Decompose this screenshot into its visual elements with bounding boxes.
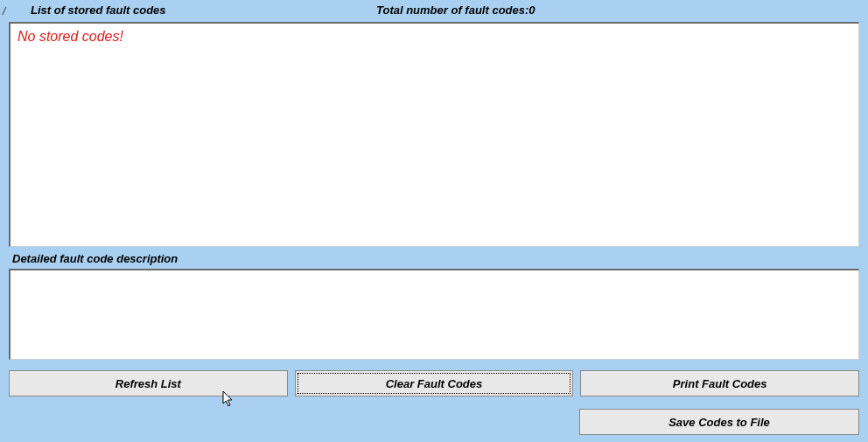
spacer <box>9 409 565 435</box>
list-title-label: List of stored fault codes <box>9 4 166 17</box>
slash-mark: / <box>3 5 5 18</box>
clear-fault-codes-button[interactable]: Clear Fault Codes <box>295 370 574 396</box>
save-codes-to-file-button[interactable]: Save Codes to File <box>579 409 859 435</box>
total-count-label: Total number of fault codes:0 <box>376 4 536 17</box>
detail-description-panel[interactable] <box>9 269 859 360</box>
button-row-secondary: Save Codes to File <box>0 396 868 435</box>
fault-codes-list-panel[interactable]: No stored codes! <box>9 22 859 247</box>
refresh-list-button[interactable]: Refresh List <box>9 370 288 396</box>
no-codes-message: No stored codes! <box>18 29 851 45</box>
button-row-primary: Refresh List Clear Fault Codes Print Fau… <box>0 360 868 396</box>
detail-description-label: Detailed fault code description <box>0 247 868 269</box>
print-fault-codes-button[interactable]: Print Fault Codes <box>580 370 859 396</box>
header-row: List of stored fault codes Total number … <box>0 0 868 22</box>
